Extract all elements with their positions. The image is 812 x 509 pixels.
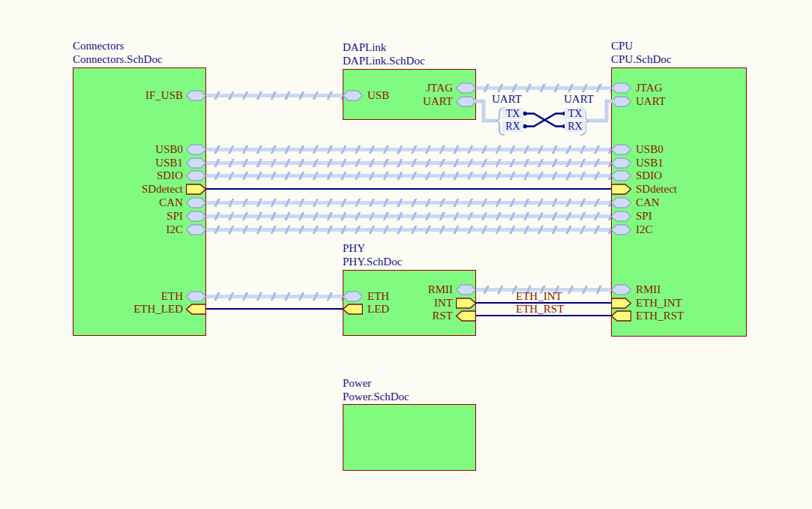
- net-label-eth-int[interactable]: ETH_INT: [516, 291, 562, 302]
- port-cpu-spi[interactable]: SPI: [611, 211, 652, 222]
- port-connectors-usb0[interactable]: USB0: [155, 144, 206, 155]
- sheet-connectors-title[interactable]: Connectors Connectors.SchDoc: [73, 39, 163, 66]
- sheet-name[interactable]: CPU: [611, 39, 671, 52]
- port-phy-rst[interactable]: RST: [432, 310, 476, 322]
- port-cpu-sdio[interactable]: SDIO: [611, 170, 662, 181]
- net-label-eth-rst[interactable]: ETH_RST: [516, 304, 564, 315]
- harness-entry-rx-right[interactable]: RX: [565, 121, 586, 132]
- port-connectors-if-usb[interactable]: IF_USB: [145, 90, 206, 101]
- sheet-name[interactable]: DAPLink: [343, 40, 425, 54]
- port-daplink-usb[interactable]: USB: [343, 90, 389, 101]
- sheet-filename[interactable]: DAPLink.SchDoc: [343, 54, 425, 67]
- port-label: UART: [636, 96, 666, 107]
- bus-eth[interactable]: [206, 292, 343, 301]
- port-label: SDdetect: [142, 184, 183, 195]
- port-bidir-icon: [186, 197, 206, 208]
- port-cpu-can[interactable]: CAN: [611, 197, 660, 208]
- port-cpu-jtag[interactable]: JTAG: [611, 82, 662, 94]
- port-bidir-icon: [611, 170, 631, 181]
- port-label: USB0: [155, 144, 183, 155]
- port-bidir-icon: [611, 284, 631, 295]
- harness-entry-tx-left[interactable]: TX: [502, 108, 523, 119]
- port-phy-led[interactable]: LED: [343, 304, 389, 315]
- sheet-name[interactable]: PHY: [343, 241, 402, 255]
- port-label: CAN: [159, 197, 183, 208]
- sheet-power-title[interactable]: Power Power.SchDoc: [343, 376, 409, 403]
- bus-sdio[interactable]: [206, 172, 611, 180]
- port-label: INT: [434, 298, 453, 309]
- harness-entry-rx-left[interactable]: RX: [502, 121, 523, 132]
- harness-entry-tx-right[interactable]: TX: [565, 108, 586, 119]
- port-cpu-i2c[interactable]: I2C: [611, 224, 653, 235]
- junction-dot: [523, 112, 527, 116]
- port-cpu-rmii[interactable]: RMII: [611, 284, 661, 295]
- sheet-filename[interactable]: CPU.SchDoc: [611, 52, 671, 66]
- sheet-filename[interactable]: Connectors.SchDoc: [73, 52, 163, 66]
- port-phy-rmii[interactable]: RMII: [428, 284, 476, 295]
- port-daplink-jtag[interactable]: JTAG: [427, 82, 476, 94]
- port-label: ETH_LED: [133, 304, 183, 315]
- port-out-right-icon: [456, 298, 476, 309]
- port-bidir-icon: [186, 211, 206, 222]
- port-connectors-eth[interactable]: ETH: [161, 291, 206, 302]
- crossover-wire-rx-tx[interactable]: [525, 114, 565, 127]
- port-phy-int[interactable]: INT: [434, 298, 476, 309]
- sheet-daplink-title[interactable]: DAPLink DAPLink.SchDoc: [343, 40, 425, 67]
- port-cpu-sddetect[interactable]: SDdetect: [611, 184, 677, 195]
- port-in-right-icon: [611, 298, 631, 309]
- port-label: IF_USB: [145, 90, 183, 101]
- sheet-name[interactable]: Connectors: [73, 39, 163, 52]
- wire-eth-rst[interactable]: [475, 315, 611, 316]
- port-label: USB1: [155, 157, 183, 169]
- sheet-phy-title[interactable]: PHY PHY.SchDoc: [343, 241, 402, 268]
- port-label: UART: [423, 96, 453, 107]
- port-bidir-icon: [456, 284, 476, 295]
- bus-if-usb[interactable]: [206, 91, 343, 100]
- bus-usb0[interactable]: [206, 145, 611, 154]
- bus-i2c[interactable]: [206, 226, 611, 234]
- harness-label-uart-right[interactable]: UART: [564, 94, 594, 105]
- port-connectors-i2c[interactable]: I2C: [166, 224, 207, 235]
- port-connectors-sdio[interactable]: SDIO: [157, 170, 206, 181]
- port-bidir-icon: [186, 224, 206, 235]
- bus-usb1[interactable]: [206, 159, 611, 167]
- sheet-filename[interactable]: PHY.SchDoc: [343, 255, 402, 268]
- port-label: ETH_RST: [636, 310, 684, 322]
- wire-eth-led[interactable]: [206, 308, 343, 310]
- port-connectors-can[interactable]: CAN: [159, 197, 206, 208]
- port-bidir-icon: [343, 291, 363, 302]
- port-connectors-sddetect[interactable]: SDdetect: [142, 184, 206, 195]
- port-label: JTAG: [427, 82, 453, 94]
- sheet-name[interactable]: Power: [343, 376, 409, 390]
- port-bidir-icon: [611, 197, 631, 208]
- wire-sddetect[interactable]: [206, 188, 611, 190]
- sheet-cpu-title[interactable]: CPU CPU.SchDoc: [611, 39, 671, 66]
- port-connectors-eth-led[interactable]: ETH_LED: [133, 304, 206, 315]
- bus-spi[interactable]: [206, 212, 611, 220]
- port-label: RMII: [636, 284, 661, 295]
- port-label: LED: [367, 304, 389, 315]
- harness-label-uart-left[interactable]: UART: [492, 94, 522, 105]
- port-cpu-usb0[interactable]: USB0: [611, 144, 664, 155]
- port-connectors-spi[interactable]: SPI: [166, 211, 206, 222]
- port-connectors-usb1[interactable]: USB1: [155, 157, 206, 169]
- port-bidir-icon: [186, 291, 206, 302]
- port-cpu-usb1[interactable]: USB1: [611, 157, 664, 169]
- junction-dot: [523, 124, 527, 129]
- port-label: RMII: [428, 284, 453, 295]
- port-bidir-icon: [611, 211, 631, 222]
- sheet-power[interactable]: [343, 404, 476, 471]
- port-label: ETH: [161, 291, 183, 302]
- port-cpu-eth-int[interactable]: ETH_INT: [611, 298, 682, 309]
- bus-can[interactable]: [206, 199, 611, 207]
- port-cpu-eth-rst[interactable]: ETH_RST: [611, 310, 684, 322]
- port-bidir-icon: [186, 144, 206, 155]
- sheet-filename[interactable]: Power.SchDoc: [343, 390, 409, 403]
- port-cpu-uart[interactable]: UART: [611, 96, 666, 107]
- port-in-right-icon: [611, 184, 631, 195]
- port-bidir-icon: [186, 170, 206, 181]
- port-phy-eth[interactable]: ETH: [343, 291, 389, 302]
- port-bidir-icon: [186, 90, 206, 101]
- port-daplink-uart[interactable]: UART: [423, 96, 476, 107]
- port-label: SDIO: [636, 170, 662, 181]
